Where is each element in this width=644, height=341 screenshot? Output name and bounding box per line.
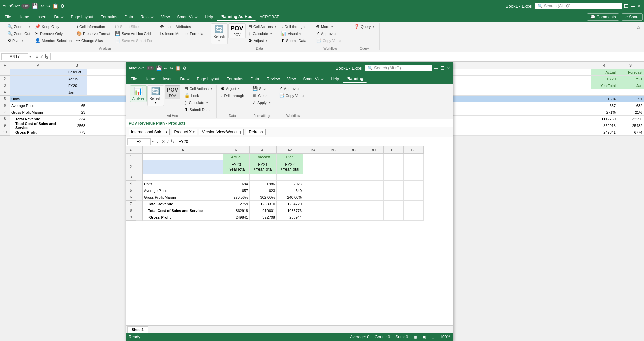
inner-cell-bd7[interactable] — [363, 201, 384, 207]
inner-cell-az9[interactable]: 258944 — [277, 214, 303, 221]
cell-s8[interactable]: 32256 — [617, 116, 644, 122]
inner-cell-az8[interactable]: 1035776 — [277, 207, 303, 214]
inner-cell-az3[interactable] — [277, 174, 303, 181]
overlay-menu-insert[interactable]: Insert — [159, 75, 176, 83]
cell-r1[interactable]: Actual — [591, 69, 617, 76]
inner-cell-ba5[interactable] — [303, 187, 323, 194]
inner-cell-r1[interactable]: Actual — [223, 154, 250, 160]
ribbon-collapse[interactable]: △ — [636, 23, 641, 31]
overlay-search[interactable]: 🔍 Search (Alt+Q) — [365, 65, 432, 71]
inner-cell-ba7[interactable] — [303, 201, 323, 207]
cell-a7[interactable]: Gross Profit Margin — [10, 109, 67, 116]
inner-cell-bd1[interactable] — [363, 154, 384, 160]
cell-a3[interactable] — [10, 82, 67, 89]
cell-b6[interactable]: 65 — [67, 102, 87, 109]
inner-cell-bf4[interactable] — [404, 181, 424, 187]
inner-cell-r7[interactable]: 1112759 — [223, 201, 250, 207]
overlay-clear-button[interactable]: 🗑 Clear — [250, 92, 273, 99]
inner-cell-be1[interactable] — [384, 154, 404, 160]
inner-cell-ai2[interactable]: FY21 +YearTotal — [250, 160, 277, 174]
cell-b5[interactable] — [67, 96, 87, 102]
overlay-close[interactable]: ✕ — [447, 66, 450, 71]
inner-cell-bf6[interactable] — [404, 194, 424, 201]
inner-cell-bc6[interactable] — [343, 194, 363, 201]
inner-cell-bf2[interactable] — [404, 160, 424, 174]
pov-refresh-button[interactable]: Refresh — [246, 129, 266, 135]
overlay-clip-icon[interactable]: 📋 — [175, 66, 181, 71]
cell-a10[interactable]: Gross Profit — [10, 129, 67, 136]
inner-cell-bd6[interactable] — [363, 194, 384, 201]
menu-planning-ad-hoc[interactable]: Planning Ad Hoc — [217, 13, 256, 21]
inner-cell-bf1[interactable] — [404, 154, 424, 160]
inner-cell-bc9[interactable] — [343, 214, 363, 221]
comments-button[interactable]: 💬 Comments — [587, 13, 619, 21]
overlay-pov-large-button[interactable]: POV POV — [165, 85, 181, 99]
customize-icon[interactable]: ⚙ — [60, 3, 65, 9]
inner-cell-az1[interactable]: Plan — [277, 154, 303, 160]
adjust-button[interactable]: ⚙ Adjust — [246, 37, 278, 44]
inner-cell-bf3[interactable] — [404, 174, 424, 181]
inner-cell-ai9[interactable]: 322708 — [250, 214, 277, 221]
overlay-redo-icon[interactable]: ↪ — [170, 66, 173, 71]
overlay-cell-ref[interactable] — [127, 138, 151, 145]
overlay-menu-data[interactable]: Data — [247, 75, 262, 83]
member-selection-button[interactable]: 👤 Member Selection — [33, 37, 74, 44]
inner-cell-az2[interactable]: FY22 +YearTotal — [277, 160, 303, 174]
inner-cell-be6[interactable] — [384, 194, 404, 201]
inner-cell-a7[interactable]: Total Revenue — [143, 201, 223, 207]
undo-icon[interactable]: ↩ — [40, 3, 44, 9]
pov-button[interactable]: POV POV — [228, 23, 246, 38]
inner-cell-bf5[interactable] — [404, 187, 424, 194]
inner-cell-bc2[interactable] — [343, 160, 363, 174]
inner-cell-be4[interactable] — [384, 181, 404, 187]
overlay-menu-help[interactable]: Help — [327, 75, 342, 83]
insert-attributes-button[interactable]: ⊕ Insert Attributes — [158, 23, 205, 30]
select-all[interactable]: ▶ — [0, 62, 10, 69]
overlay-formula-fx[interactable]: fx — [171, 139, 175, 144]
cell-r7[interactable]: 271% — [591, 109, 617, 116]
inner-cell-r5[interactable]: 657 — [223, 187, 250, 194]
cell-s3[interactable]: Jan — [617, 82, 644, 89]
remove-only-button[interactable]: ✂ Remove Only — [33, 30, 74, 37]
query-button[interactable]: ❓ Query — [352, 23, 377, 30]
cell-information-button[interactable]: ℹ Cell Information — [74, 23, 112, 30]
inner-cell-r4[interactable]: 1694 — [223, 181, 250, 187]
inner-cell-bd3[interactable] — [363, 174, 384, 181]
inner-cell-r9[interactable]: 249841 — [223, 214, 250, 221]
sheet-tab-1[interactable]: Sheet1 — [127, 326, 148, 333]
cell-r5[interactable]: 1694 — [591, 96, 617, 102]
inner-corner[interactable]: ▶ — [126, 146, 136, 154]
overlay-menu-planning[interactable]: Planning — [343, 75, 367, 83]
overlay-minimize[interactable]: — — [434, 66, 438, 71]
inner-cell-be7[interactable] — [384, 201, 404, 207]
overlay-formula-cancel[interactable]: ✕ — [162, 139, 165, 144]
inner-cell-a4[interactable]: Units — [143, 181, 223, 187]
overlay-adjust-button[interactable]: ⚙ Adjust — [219, 85, 246, 92]
clipboard-icon[interactable]: 📋 — [52, 3, 58, 9]
inner-cell-ba6[interactable] — [303, 194, 323, 201]
inner-cell-be8[interactable] — [384, 207, 404, 214]
inner-cell-bb3[interactable] — [323, 174, 343, 181]
inner-cell-ai8[interactable]: 910601 — [250, 207, 277, 214]
inner-cell-az4[interactable]: 2023 — [277, 181, 303, 187]
overlay-drill-through-button[interactable]: ↓ Drill-through — [219, 92, 246, 99]
inner-cell-bd8[interactable] — [363, 207, 384, 214]
overlay-menu-smart-view[interactable]: Smart View — [300, 75, 327, 83]
drill-through-button[interactable]: ↓ Drill-through — [279, 23, 308, 30]
cell-s6[interactable]: 632 — [617, 102, 644, 109]
zoom-out-button[interactable]: 🔍 Zoom Out — [5, 30, 32, 37]
overlay-analyze-button[interactable]: 📊 Analyze — [130, 85, 147, 102]
inner-cell-bb1[interactable] — [323, 154, 343, 160]
overlay-undo-icon[interactable]: ↩ — [164, 66, 168, 71]
cell-r10[interactable]: 249841 — [591, 129, 617, 136]
cell-r9[interactable]: 862918 — [591, 122, 617, 129]
status-view-page[interactable]: ⊞ — [431, 335, 435, 339]
cell-s7[interactable]: 21% — [617, 109, 644, 116]
cell-a2[interactable] — [10, 76, 67, 82]
pov-version-view[interactable]: Version View:Working — [199, 129, 244, 135]
inner-cell-bc3[interactable] — [343, 174, 363, 181]
menu-review[interactable]: Review — [137, 13, 157, 21]
inner-cell-ai5[interactable]: 623 — [250, 187, 277, 194]
inner-cell-ai1[interactable]: Forecast — [250, 154, 277, 160]
cell-b4[interactable]: Jan — [67, 89, 87, 96]
